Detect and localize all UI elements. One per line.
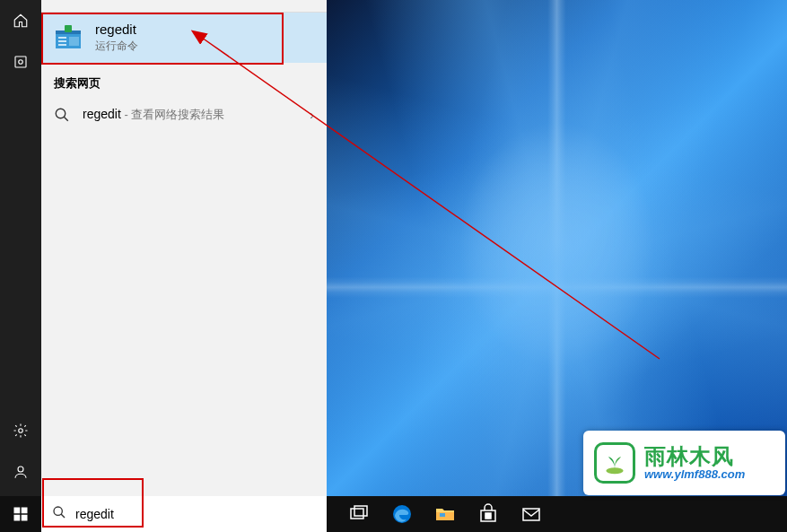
best-match-title: regedit (95, 22, 138, 37)
taskbar (0, 496, 787, 532)
svg-line-18 (61, 514, 65, 518)
start-button[interactable] (0, 496, 41, 532)
watermark-title: 雨林木风 (644, 445, 745, 468)
search-icon (54, 107, 70, 123)
watermark: 雨林木风 www.ylmf888.com (583, 431, 785, 495)
mail-icon[interactable] (510, 496, 553, 532)
start-sidebar (0, 0, 41, 498)
svg-rect-20 (354, 506, 367, 516)
taskbar-search-box[interactable] (41, 496, 327, 532)
web-section-header: 搜索网页 (41, 63, 327, 97)
svg-rect-28 (523, 509, 539, 520)
chevron-right-icon[interactable]: › (310, 108, 314, 122)
svg-rect-15 (14, 515, 21, 521)
svg-rect-10 (65, 25, 72, 32)
store-icon[interactable] (467, 496, 510, 532)
person-icon[interactable] (0, 451, 41, 493)
svg-rect-0 (15, 57, 26, 67)
gear-icon[interactable] (0, 410, 41, 451)
svg-point-11 (56, 109, 66, 118)
svg-point-3 (18, 467, 23, 472)
best-match-subtitle: 运行命令 (95, 39, 138, 54)
search-results-panel: regedit 运行命令 搜索网页 regedit - 查看网络搜索结果 › (41, 0, 327, 498)
svg-rect-25 (489, 513, 492, 516)
svg-rect-6 (58, 37, 66, 39)
web-result-term: regedit (83, 107, 121, 121)
svg-point-29 (606, 467, 623, 474)
best-match-result[interactable]: regedit 运行命令 (41, 13, 327, 63)
recent-icon[interactable] (0, 41, 41, 83)
svg-rect-13 (14, 508, 21, 514)
svg-rect-9 (69, 37, 79, 46)
search-icon (52, 505, 66, 523)
svg-rect-27 (489, 517, 492, 519)
web-search-result[interactable]: regedit - 查看网络搜索结果 › (41, 97, 327, 132)
web-result-suffix: - 查看网络搜索结果 (121, 108, 225, 121)
watermark-url: www.ylmf888.com (644, 468, 745, 481)
svg-rect-24 (485, 513, 488, 516)
svg-rect-7 (58, 40, 66, 42)
regedit-icon (54, 23, 83, 52)
svg-rect-26 (485, 517, 488, 519)
svg-rect-19 (351, 509, 363, 519)
svg-rect-23 (440, 513, 445, 517)
svg-line-12 (64, 117, 68, 121)
search-input[interactable] (75, 507, 316, 521)
svg-point-2 (19, 429, 23, 433)
home-icon[interactable] (0, 0, 41, 41)
task-view-icon[interactable] (337, 496, 380, 532)
svg-rect-14 (22, 508, 28, 514)
panel-category-header (41, 0, 327, 13)
file-explorer-icon[interactable] (424, 496, 467, 532)
edge-icon[interactable] (380, 496, 424, 532)
svg-point-17 (54, 507, 62, 515)
watermark-logo-icon (594, 442, 635, 484)
svg-point-1 (19, 60, 23, 65)
svg-rect-16 (22, 515, 28, 521)
svg-rect-8 (58, 44, 66, 46)
